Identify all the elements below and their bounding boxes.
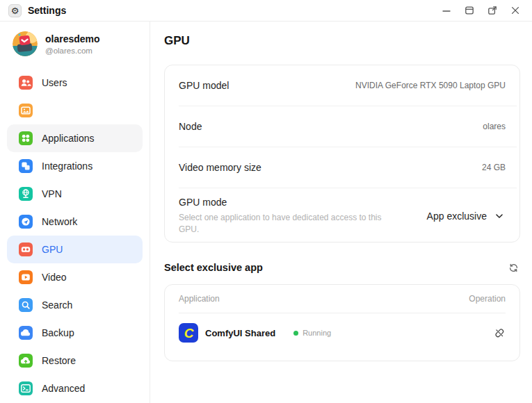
chevron-down-icon — [493, 210, 506, 222]
sidebar-item-advanced[interactable]: Advanced — [7, 375, 143, 402]
sidebar-item-appearance[interactable]: Appearance — [7, 97, 143, 124]
minimize-icon[interactable] — [441, 5, 452, 16]
column-application: Application — [179, 294, 220, 304]
video-memory-value: 24 GB — [482, 163, 506, 172]
sidebar-item-gpu[interactable]: GPU — [7, 236, 143, 263]
sidebar-item-video[interactable]: Video — [7, 263, 143, 291]
status-badge: Running — [293, 329, 331, 337]
sidebar-item-label: Applications — [42, 133, 95, 144]
table-row: C ComfyUI Shared Running — [165, 313, 519, 361]
restore-icon — [19, 354, 33, 368]
sidebar-item-integrations[interactable]: Integrations — [7, 152, 143, 180]
maximize-icon[interactable] — [464, 5, 475, 16]
sidebar-item-restore[interactable]: Restore — [7, 347, 143, 375]
sidebar-item-label: Advanced — [42, 383, 85, 394]
appearance-icon — [19, 104, 33, 117]
gpu-icon — [19, 242, 33, 256]
sidebar-item-vpn[interactable]: VPN — [7, 180, 143, 208]
status-text: Running — [303, 329, 331, 337]
gpu-model-label: GPU model — [179, 80, 229, 91]
app-name: ComfyUI Shared — [205, 328, 275, 338]
sidebar-item-backup[interactable]: Backup — [7, 319, 143, 347]
advanced-icon — [19, 381, 33, 395]
close-icon[interactable] — [510, 5, 521, 16]
sidebar-item-label: Network — [42, 216, 77, 227]
gpu-info-card: GPU model NVIDIA GeForce RTX 5090 Laptop… — [164, 65, 520, 242]
unbind-link-off-icon[interactable] — [493, 327, 506, 339]
node-row: Node olares — [165, 106, 519, 147]
video-memory-row: Video memory size 24 GB — [165, 147, 519, 188]
settings-app-icon: ⚙ — [8, 4, 22, 17]
titlebar: ⚙ Settings — [0, 0, 532, 22]
gpu-mode-text: GPU mode Select one application to have … — [179, 197, 389, 236]
svg-text:C: C — [184, 326, 194, 340]
profile-handle: @olares.com — [45, 47, 100, 55]
exclusive-app-table: Application Operation C ComfyUI Shared R… — [164, 284, 520, 361]
sidebar-item-label: Video — [42, 272, 67, 283]
vpn-icon — [19, 187, 33, 201]
comfyui-app-icon: C — [179, 323, 198, 343]
sidebar-item-label: Integrations — [42, 161, 92, 172]
sidebar-item-network[interactable]: Network — [7, 208, 143, 236]
profile-name: olaresdemo — [45, 33, 100, 44]
gpu-mode-description: Select one application to have dedicated… — [179, 212, 389, 236]
profile-text: olaresdemo @olares.com — [45, 33, 100, 55]
sidebar-item-label: Backup — [42, 327, 74, 338]
table-header: Application Operation — [165, 285, 519, 313]
sidebar-item-label: Search — [42, 299, 72, 311]
users-icon — [19, 76, 33, 90]
sidebar-item-users[interactable]: Users — [7, 69, 143, 97]
node-value: olares — [483, 122, 506, 131]
refresh-icon[interactable] — [508, 263, 519, 273]
gpu-model-value: NVIDIA GeForce RTX 5090 Laptop GPU — [355, 81, 506, 90]
sidebar-item-applications[interactable]: Applications — [7, 124, 143, 152]
window-controls — [441, 5, 521, 16]
applications-icon — [19, 131, 33, 145]
network-icon — [19, 215, 33, 229]
gpu-model-row: GPU model NVIDIA GeForce RTX 5090 Laptop… — [165, 65, 519, 106]
video-memory-label: Video memory size — [179, 162, 261, 173]
gpu-mode-row: GPU mode Select one application to have … — [165, 188, 519, 242]
sidebar-item-label: Restore — [42, 355, 76, 366]
sidebar-item-label: VPN — [42, 188, 62, 199]
user-profile[interactable]: olaresdemo @olares.com — [7, 27, 143, 69]
search-icon — [19, 298, 33, 312]
status-dot — [293, 331, 298, 336]
gpu-mode-label: GPU mode — [179, 197, 389, 208]
sidebar: olaresdemo @olares.com Users Appearance — [0, 22, 150, 403]
integrations-icon — [19, 159, 33, 173]
exclusive-app-section-header: Select exclusive app — [164, 262, 519, 273]
node-label: Node — [179, 121, 202, 132]
sidebar-item-label: Users — [42, 77, 67, 88]
gpu-mode-value: App exclusive — [427, 211, 487, 222]
exclusive-app-title: Select exclusive app — [164, 262, 263, 273]
window-title: Settings — [28, 5, 66, 16]
gpu-mode-dropdown[interactable]: App exclusive — [427, 210, 506, 222]
page-title: GPU — [164, 34, 520, 48]
video-icon — [19, 270, 33, 284]
sidebar-item-label: GPU — [42, 244, 63, 255]
sidebar-item-search[interactable]: Search — [7, 291, 143, 319]
open-external-icon[interactable] — [487, 5, 498, 16]
backup-icon — [19, 326, 33, 340]
column-operation: Operation — [469, 294, 506, 304]
sidebar-menu: Users Appearance Applications Integ — [7, 69, 143, 402]
main-panel: GPU GPU model NVIDIA GeForce RTX 5090 La… — [150, 22, 532, 403]
avatar — [13, 31, 38, 56]
